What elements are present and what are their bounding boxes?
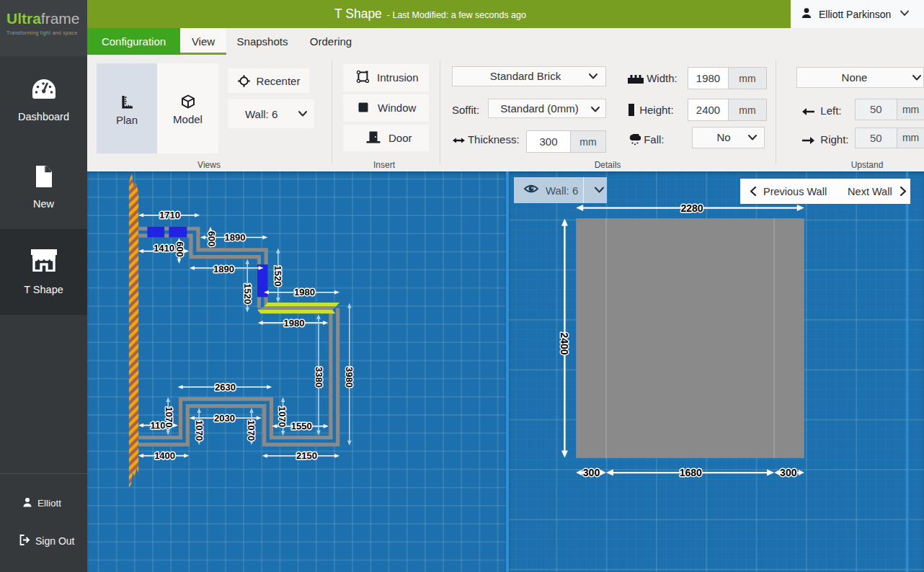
svg-text:300: 300 — [780, 467, 797, 478]
svg-text:2400: 2400 — [559, 332, 570, 354]
svg-text:2030: 2030 — [214, 413, 235, 424]
svg-text:2280: 2280 — [680, 202, 703, 214]
svg-text:1070: 1070 — [164, 407, 174, 428]
svg-text:2150: 2150 — [296, 450, 317, 461]
svg-text:1520: 1520 — [272, 266, 283, 287]
svg-text:1710: 1710 — [159, 210, 180, 220]
svg-text:1680: 1680 — [680, 467, 702, 478]
svg-text:600: 600 — [206, 231, 217, 247]
svg-text:1070: 1070 — [194, 420, 205, 441]
svg-text:1520: 1520 — [242, 283, 253, 304]
svg-text:300: 300 — [583, 467, 600, 478]
svg-text:1890: 1890 — [213, 264, 234, 274]
svg-text:1070: 1070 — [246, 420, 257, 441]
svg-text:600: 600 — [174, 241, 185, 257]
svg-text:1890: 1890 — [225, 232, 246, 243]
svg-text:3380: 3380 — [314, 367, 324, 388]
svg-text:1980: 1980 — [284, 318, 305, 329]
svg-text:1980: 1980 — [294, 287, 315, 298]
svg-text:2630: 2630 — [215, 382, 236, 393]
svg-text:1550: 1550 — [291, 421, 312, 432]
svg-text:1410: 1410 — [154, 243, 174, 254]
svg-text:1400: 1400 — [154, 450, 175, 461]
svg-text:1070: 1070 — [277, 406, 288, 427]
svg-text:3980: 3980 — [344, 367, 355, 388]
